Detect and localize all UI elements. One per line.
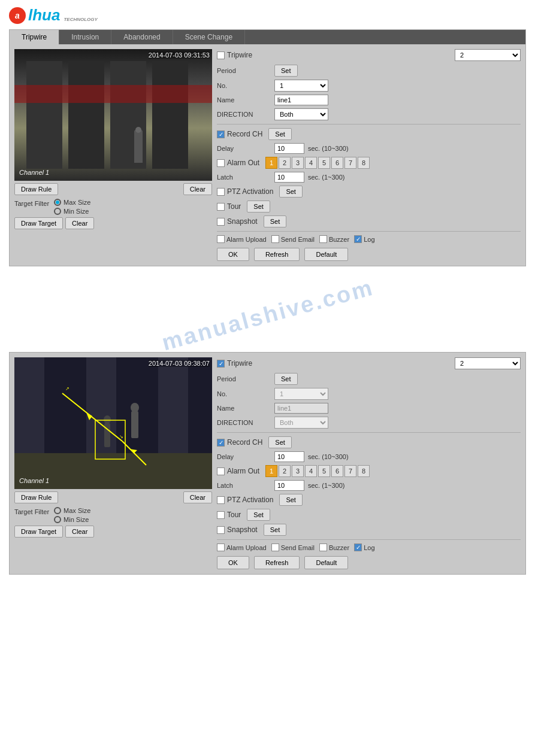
snapshot-checkbox-1[interactable]	[217, 218, 225, 226]
tour-check-1[interactable]: Tour	[217, 202, 241, 211]
alarm-btn-1-3[interactable]: 3	[292, 157, 304, 169]
direction-select-2[interactable]: Both	[274, 417, 328, 429]
tab-abandoned-1[interactable]: Abandoned	[111, 30, 173, 44]
alarm-btn-2-3[interactable]: 3	[292, 465, 304, 477]
default-btn-1[interactable]: Default	[304, 248, 348, 261]
tripwire-check-label-2[interactable]: Tripwire	[217, 359, 252, 368]
alarm-btn-2-4[interactable]: 4	[305, 465, 317, 477]
max-size-radio-2[interactable]	[54, 507, 61, 514]
alarm-btn-2-8[interactable]: 8	[358, 465, 370, 477]
tab-tripwire-1[interactable]: Tripwire	[10, 30, 59, 44]
record-ch-set-btn-1[interactable]: Set	[268, 128, 292, 140]
no-select-1[interactable]: 1	[274, 80, 328, 92]
name-input-2[interactable]	[274, 403, 328, 414]
draw-target-button-2[interactable]: Draw Target	[14, 526, 63, 538]
ptz-checkbox-1[interactable]	[217, 188, 225, 196]
alarm-btn-1-7[interactable]: 7	[344, 157, 356, 169]
send-email-check-1[interactable]: Send Email	[271, 235, 315, 243]
ptz-check-2[interactable]: PTZ Activation	[217, 496, 273, 504]
tripwire-check-label-1[interactable]: Tripwire	[217, 51, 252, 59]
log-check-1[interactable]: Log	[354, 235, 374, 243]
draw-target-button-1[interactable]: Draw Target	[14, 217, 63, 229]
snapshot-set-btn-1[interactable]: Set	[264, 215, 287, 227]
alarm-btn-2-5[interactable]: 5	[318, 465, 330, 477]
send-email-cb-2[interactable]	[271, 544, 279, 551]
ptz-checkbox-2[interactable]	[217, 496, 225, 504]
alarm-upload-cb-2[interactable]	[217, 544, 225, 551]
tab-intrusion-1[interactable]: Intrusion	[59, 30, 111, 44]
no-select-2[interactable]: 1	[274, 388, 328, 400]
alarm-out-checkbox-2[interactable]	[217, 467, 225, 475]
alarm-btn-1-1[interactable]: 1	[265, 157, 277, 169]
send-email-check-2[interactable]: Send Email	[271, 544, 315, 551]
alarm-btn-1-5[interactable]: 5	[318, 157, 330, 169]
max-size-radio-1[interactable]	[54, 199, 61, 206]
alarm-btn-1-4[interactable]: 4	[305, 157, 317, 169]
tour-check-2[interactable]: Tour	[217, 511, 241, 519]
min-size-radio-1[interactable]	[54, 208, 61, 215]
record-ch-check-1[interactable]: Record CH	[217, 130, 262, 138]
buzzer-check-2[interactable]: Buzzer	[319, 544, 349, 551]
alarm-btn-1-6[interactable]: 6	[331, 157, 343, 169]
log-cb-2[interactable]	[354, 544, 362, 551]
period-set-btn-2[interactable]: Set	[274, 373, 298, 385]
clear2-button-2[interactable]: Clear	[65, 526, 94, 538]
record-ch-set-btn-2[interactable]: Set	[268, 436, 292, 448]
clear-button-1[interactable]: Clear	[183, 183, 212, 195]
snapshot-check-1[interactable]: Snapshot	[217, 217, 258, 226]
direction-select-1[interactable]: Both	[274, 108, 328, 120]
snapshot-check-2[interactable]: Snapshot	[217, 526, 258, 534]
latch-input-2[interactable]	[274, 480, 304, 491]
draw-rule-button-1[interactable]: Draw Rule	[14, 183, 58, 195]
clear2-button-1[interactable]: Clear	[65, 217, 94, 229]
alarm-out-checkbox-1[interactable]	[217, 159, 225, 167]
alarm-out-check-1[interactable]: Alarm Out	[217, 159, 259, 167]
alarm-out-check-2[interactable]: Alarm Out	[217, 467, 259, 475]
ptz-set-btn-2[interactable]: Set	[279, 494, 303, 506]
ptz-set-btn-1[interactable]: Set	[279, 186, 303, 198]
snapshot-checkbox-2[interactable]	[217, 526, 225, 534]
snapshot-set-btn-2[interactable]: Set	[264, 524, 287, 536]
min-size-radio-2[interactable]	[54, 516, 61, 523]
name-input-1[interactable]	[274, 95, 328, 105]
tab-scene-change-1[interactable]: Scene Change	[173, 30, 245, 44]
alarm-upload-check-1[interactable]: Alarm Upload	[217, 235, 267, 243]
buzzer-cb-1[interactable]	[319, 235, 327, 243]
tripwire-checkbox-1[interactable]	[217, 51, 225, 59]
alarm-btn-2-6[interactable]: 6	[331, 465, 343, 477]
tour-checkbox-1[interactable]	[217, 203, 225, 211]
alarm-btn-1-2[interactable]: 2	[279, 157, 291, 169]
tour-set-btn-2[interactable]: Set	[247, 509, 270, 521]
ok-btn-1[interactable]: OK	[217, 248, 249, 261]
send-email-cb-1[interactable]	[271, 235, 279, 243]
alarm-btn-2-1[interactable]: 1	[265, 465, 277, 477]
refresh-btn-2[interactable]: Refresh	[254, 556, 300, 569]
alarm-btn-2-2[interactable]: 2	[279, 465, 291, 477]
alarm-upload-cb-1[interactable]	[217, 235, 225, 243]
clear-button-2[interactable]: Clear	[183, 491, 212, 503]
alarm-btn-1-8[interactable]: 8	[358, 157, 370, 169]
tour-checkbox-2[interactable]	[217, 511, 225, 519]
draw-rule-button-2[interactable]: Draw Rule	[14, 491, 58, 503]
record-ch-check-2[interactable]: Record CH	[217, 438, 262, 447]
channel-select-2[interactable]: 2	[455, 357, 521, 369]
log-cb-1[interactable]	[354, 235, 362, 243]
log-check-2[interactable]: Log	[354, 544, 374, 551]
record-ch-checkbox-2[interactable]	[217, 439, 225, 447]
buzzer-cb-2[interactable]	[319, 544, 327, 551]
tripwire-checkbox-2[interactable]	[217, 360, 225, 368]
default-btn-2[interactable]: Default	[304, 556, 348, 569]
tour-set-btn-1[interactable]: Set	[247, 201, 270, 212]
refresh-btn-1[interactable]: Refresh	[254, 248, 300, 261]
channel-select-1[interactable]: 2	[455, 49, 521, 61]
latch-input-1[interactable]	[274, 172, 304, 183]
record-ch-checkbox-1[interactable]	[217, 130, 225, 138]
ptz-check-1[interactable]: PTZ Activation	[217, 187, 273, 196]
alarm-upload-check-2[interactable]: Alarm Upload	[217, 544, 267, 551]
buzzer-check-1[interactable]: Buzzer	[319, 235, 349, 243]
ok-btn-2[interactable]: OK	[217, 556, 249, 569]
alarm-btn-2-7[interactable]: 7	[344, 465, 356, 477]
delay-input-1[interactable]	[274, 143, 304, 154]
period-set-btn-1[interactable]: Set	[274, 65, 298, 77]
delay-input-2[interactable]	[274, 451, 304, 462]
